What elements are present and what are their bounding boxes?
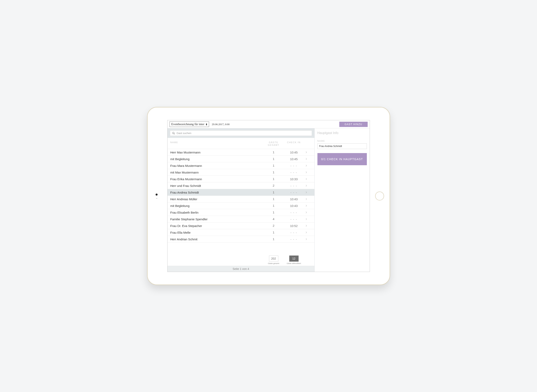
chevron-right-icon[interactable] (305, 164, 311, 168)
chevron-right-icon[interactable] (305, 191, 311, 194)
guest-count: 1 (264, 204, 283, 208)
chevron-right-icon[interactable] (305, 211, 311, 214)
guest-rows[interactable]: Herr Max Mustermann110:45mit Begleitung1… (168, 149, 314, 254)
checkin-hauptgast-button[interactable]: 0/1 CHECK IN HAUPTGAST (317, 153, 367, 165)
guest-name: mit Max Mustermann (170, 171, 264, 174)
guest-checkin: 10:43 (283, 204, 305, 208)
chevron-right-icon[interactable] (305, 177, 311, 181)
search-icon (172, 132, 175, 135)
guest-count: 1 (264, 237, 283, 241)
guest-name: Frau Mara Mustermann (170, 164, 264, 168)
guest-name: Frau Dr. Eva Stepacher (170, 224, 264, 228)
app-screen: Eventbezeichnung für inter ▲▼ 29.06.2017… (167, 120, 370, 272)
guest-checkin: - - - (283, 231, 305, 234)
chevron-right-icon[interactable] (305, 157, 311, 161)
guest-row[interactable]: Frau Mara Mustermann1- - - (168, 162, 314, 169)
guest-count: 1 (264, 170, 283, 174)
search-wrap (168, 128, 314, 138)
guest-row[interactable]: Frau Andrea Schmidt1- - - (168, 189, 314, 196)
guest-checkin: - - - (283, 211, 305, 214)
body: NAME GÄSTE GESAMT CHECK IN Herr Max Must… (168, 128, 370, 272)
guest-checkin: - - - (283, 191, 305, 194)
col-header-checkin: CHECK IN (283, 141, 305, 146)
guest-row[interactable]: mit Begleitung110:45 (168, 156, 314, 162)
guest-checkin: - - - (283, 171, 305, 174)
footer-counts: 202 Gäste gesamt 12 Gäste akkreditiert (168, 254, 314, 266)
accredited-count-block: 12 Gäste akkreditiert (283, 256, 305, 265)
guest-count: 1 (264, 197, 283, 201)
guest-checkin: 10:33 (283, 177, 305, 181)
guest-name: Frau Elisabeth Berlin (170, 211, 264, 214)
tablet-frame: Eventbezeichnung für inter ▲▼ 29.06.2017… (147, 107, 390, 285)
guest-count: 4 (264, 217, 283, 221)
guest-row[interactable]: Frau Erika Mustermann110:33 (168, 176, 314, 182)
guest-name: mit Begleitung (170, 157, 264, 161)
pager[interactable]: Seite 1 von 4 (168, 266, 314, 272)
detail-pane: Hauptgast Info NAME 0/1 CHECK IN HAUPTGA… (315, 128, 370, 272)
guest-checkin: 10:45 (283, 151, 305, 154)
chevron-right-icon[interactable] (305, 224, 311, 228)
guest-name: Frau Erika Mustermann (170, 177, 264, 181)
event-select[interactable]: Eventbezeichnung für inter ▲▼ (170, 121, 209, 127)
add-guest-button[interactable]: GAST HINZU (339, 122, 367, 127)
search-box[interactable] (170, 131, 312, 136)
guest-checkin: 10:52 (283, 224, 305, 228)
guest-checkin: 10:43 (283, 197, 305, 201)
camera-dot (155, 194, 158, 196)
chevron-right-icon[interactable] (305, 204, 311, 208)
guest-row[interactable]: Familie Stephanie Spendler4- - - (168, 216, 314, 223)
guest-count: 1 (264, 157, 283, 161)
chevron-right-icon[interactable] (305, 197, 311, 201)
guest-count: 1 (264, 210, 283, 214)
guest-row[interactable]: Frau Dr. Eva Stepacher210:52 (168, 223, 314, 229)
guest-name: Herr Andreas Müller (170, 197, 264, 201)
guest-name: Herr und Frau Schmidt (170, 184, 264, 187)
chevron-right-icon[interactable] (305, 217, 311, 221)
detail-name-input[interactable] (317, 143, 367, 149)
chevron-right-icon[interactable] (305, 238, 311, 241)
accredited-count-label: Gäste akkreditiert (283, 262, 305, 264)
col-header-count: GÄSTE GESAMT (264, 141, 283, 146)
guest-row[interactable]: mit Max Mustermann1- - - (168, 169, 314, 176)
guest-row[interactable]: Frau Elisabeth Berlin1- - - (168, 209, 314, 216)
top-bar: Eventbezeichnung für inter ▲▼ 29.06.2017… (168, 120, 370, 128)
guest-checkin: - - - (283, 164, 305, 168)
guest-row[interactable]: Herr Max Mustermann110:45 (168, 149, 314, 156)
guest-count: 1 (264, 177, 283, 181)
accredited-count-box: 12 (289, 256, 299, 261)
guest-name: Frau Andrea Schmidt (170, 191, 264, 194)
guest-checkin: 10:45 (283, 157, 305, 161)
guest-checkin: - - - (283, 184, 305, 187)
search-input[interactable] (177, 132, 310, 135)
table-header: NAME GÄSTE GESAMT CHECK IN (168, 138, 314, 149)
guest-name: mit Begleitung (170, 204, 264, 208)
guest-checkin: - - - (283, 238, 305, 241)
guest-count: 2 (264, 224, 283, 228)
detail-name-label: NAME (317, 140, 367, 142)
col-header-name: NAME (170, 141, 264, 146)
camera-dot-small (156, 198, 157, 199)
detail-title: Hauptgast Info (317, 131, 367, 135)
guest-count: 1 (264, 231, 283, 234)
guest-row[interactable]: Herr Andrian Schmit1- - - (168, 236, 314, 243)
guest-count: 1 (264, 191, 283, 194)
guest-count: 1 (264, 164, 283, 168)
guest-name: Familie Stephanie Spendler (170, 217, 264, 221)
svg-point-0 (172, 132, 174, 134)
guest-name: Herr Max Mustermann (170, 151, 264, 154)
chevron-right-icon[interactable] (305, 231, 311, 234)
select-arrows-icon: ▲▼ (206, 123, 208, 126)
guest-row[interactable]: mit Begleitung110:43 (168, 202, 314, 209)
chevron-right-icon[interactable] (305, 151, 311, 154)
guest-checkin: - - - (283, 217, 305, 221)
guest-row[interactable]: Herr Andreas Müller110:43 (168, 196, 314, 202)
guest-row[interactable]: Frau Ella Melle1- - - (168, 229, 314, 236)
chevron-right-icon[interactable] (305, 184, 311, 187)
chevron-right-icon[interactable] (305, 171, 311, 174)
guest-name: Frau Ella Melle (170, 231, 264, 234)
guest-count: 2 (264, 184, 283, 187)
guest-count: 1 (264, 150, 283, 154)
home-button[interactable] (375, 191, 384, 201)
guest-row[interactable]: Herr und Frau Schmidt2- - - (168, 182, 314, 189)
total-count-box: 202 (269, 256, 278, 261)
